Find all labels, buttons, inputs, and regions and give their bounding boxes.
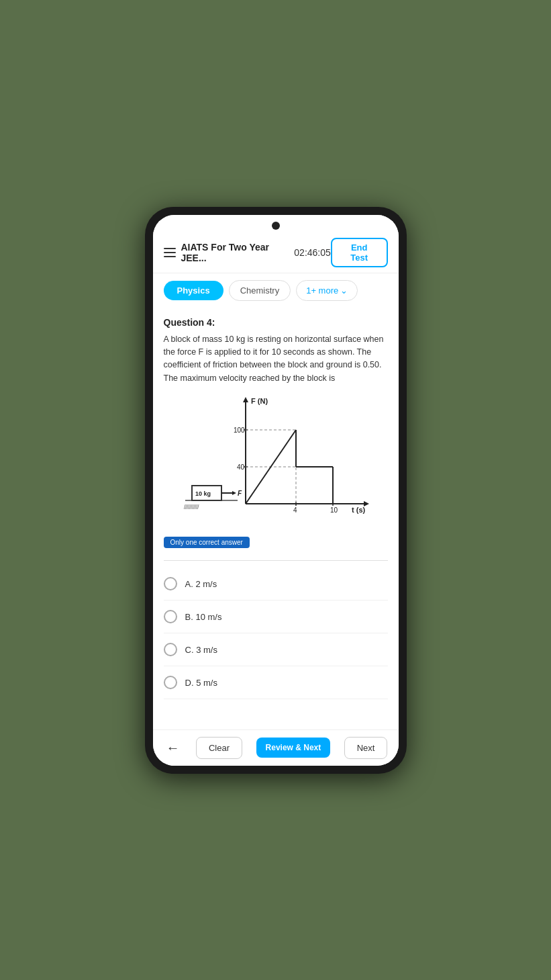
phone-frame: AIATS For Two Year JEE... 02:46:05 End T… (145, 207, 407, 774)
tab-chemistry[interactable]: Chemistry (229, 280, 291, 301)
answer-type-badge: Only one correct answer (164, 537, 250, 548)
option-c-radio[interactable] (164, 643, 177, 656)
svg-text:t (s): t (s) (352, 506, 366, 514)
camera-dot (272, 222, 280, 230)
timer: 02:46:05 (294, 247, 331, 258)
option-d-radio[interactable] (164, 676, 177, 689)
back-button[interactable]: ← (164, 738, 183, 758)
question-number: Question 4: (164, 317, 388, 328)
tab-physics[interactable]: Physics (164, 281, 223, 300)
option-b-row[interactable]: B. 10 m/s (164, 600, 388, 633)
svg-text:F (N): F (N) (251, 397, 268, 405)
end-test-button[interactable]: End Test (331, 238, 388, 267)
phone-screen: AIATS For Two Year JEE... 02:46:05 End T… (153, 215, 399, 766)
tab-more[interactable]: 1+ more ⌄ (296, 280, 358, 301)
content-area: Question 4: A block of mass 10 kg is res… (153, 308, 399, 729)
bottom-bar: ← Clear Review & Next Next (153, 729, 399, 766)
chevron-down-icon: ⌄ (340, 285, 348, 296)
svg-text:40: 40 (237, 463, 245, 471)
svg-text:10 kg: 10 kg (195, 490, 211, 497)
svg-text:F: F (238, 490, 242, 497)
option-d-row[interactable]: D. 5 m/s (164, 666, 388, 699)
clear-button[interactable]: Clear (196, 737, 242, 759)
header: AIATS For Two Year JEE... 02:46:05 End T… (153, 232, 399, 273)
option-a-label: A. 2 m/s (185, 579, 217, 589)
svg-marker-1 (243, 397, 248, 402)
option-c-row[interactable]: C. 3 m/s (164, 633, 388, 666)
divider (164, 560, 388, 561)
option-d-label: D. 5 m/s (185, 678, 217, 688)
svg-text:100: 100 (234, 427, 245, 434)
tabs-bar: Physics Chemistry 1+ more ⌄ (153, 273, 399, 308)
review-next-button[interactable]: Review & Next (256, 738, 331, 758)
option-a-row[interactable]: A. 2 m/s (164, 568, 388, 600)
graph-area: F (N) t (s) 100 40 4 (164, 393, 388, 527)
header-left: AIATS For Two Year JEE... (164, 242, 295, 263)
force-time-graph: F (N) t (s) 100 40 4 (179, 393, 373, 527)
option-a-radio[interactable] (164, 577, 177, 590)
option-b-radio[interactable] (164, 610, 177, 623)
status-bar (153, 215, 399, 232)
app-title: AIATS For Two Year JEE... (181, 242, 295, 263)
svg-text:10: 10 (330, 506, 338, 514)
option-c-label: C. 3 m/s (185, 645, 217, 655)
option-b-label: B. 10 m/s (185, 612, 222, 622)
svg-text:///////////: /////////// (184, 504, 199, 510)
question-text: A block of mass 10 kg is resting on hori… (164, 333, 388, 386)
svg-text:4: 4 (293, 506, 297, 514)
next-button[interactable]: Next (344, 737, 388, 759)
hamburger-icon[interactable] (164, 248, 176, 257)
svg-marker-26 (232, 491, 236, 495)
